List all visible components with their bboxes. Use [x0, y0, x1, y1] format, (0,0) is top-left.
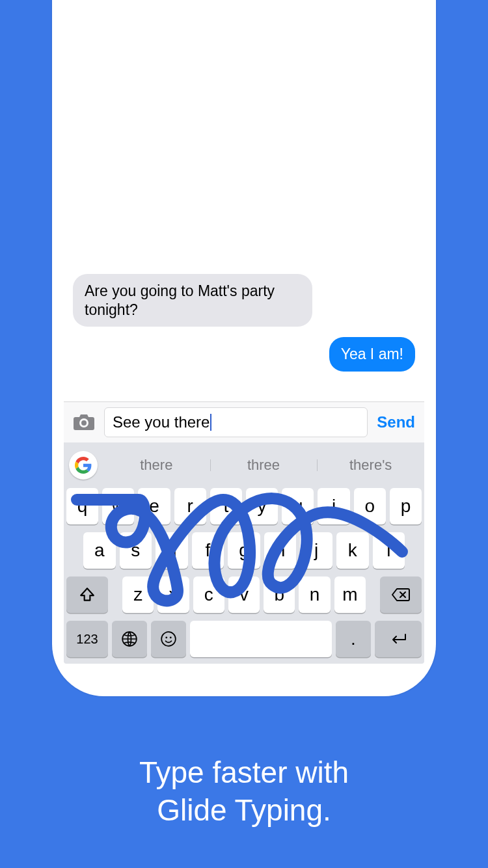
key-e[interactable]: e — [138, 488, 170, 524]
key-row-1: q w e r t y u i o p — [64, 484, 424, 528]
key-j[interactable]: j — [300, 532, 332, 569]
tagline-line-1: Type faster with — [0, 754, 488, 792]
key-n[interactable]: n — [299, 576, 330, 613]
suggestion-1[interactable]: there — [103, 457, 210, 474]
message-input[interactable]: See you there — [104, 407, 368, 437]
chat-area: Are you going to Matt's party tonight? Y… — [64, 0, 424, 401]
outgoing-message-text: Yea I am! — [341, 346, 403, 362]
keyboard: there three there's q w e r t y u i o p … — [64, 442, 424, 664]
key-s[interactable]: s — [120, 532, 152, 569]
key-x[interactable]: x — [157, 576, 189, 613]
key-w[interactable]: w — [102, 488, 134, 524]
suggestion-1-text: there — [140, 457, 172, 473]
numbers-key-label: 123 — [76, 632, 98, 647]
svg-point-2 — [165, 636, 167, 638]
message-input-value: See you there — [113, 413, 210, 431]
key-q[interactable]: q — [66, 488, 98, 524]
key-r[interactable]: r — [174, 488, 206, 524]
send-button-label: Send — [377, 413, 415, 431]
backspace-key[interactable] — [380, 576, 422, 613]
key-o[interactable]: o — [354, 488, 386, 524]
key-u[interactable]: u — [282, 488, 314, 524]
suggestion-3[interactable]: there's — [317, 457, 424, 474]
emoji-icon — [160, 631, 177, 647]
camera-icon — [73, 413, 95, 431]
key-b[interactable]: b — [264, 576, 295, 613]
suggestion-3-text: there's — [349, 457, 392, 473]
text-cursor — [210, 414, 211, 431]
key-t[interactable]: t — [210, 488, 242, 524]
send-button[interactable]: Send — [374, 413, 418, 431]
suggestion-2[interactable]: three — [210, 457, 318, 474]
return-key[interactable] — [375, 621, 422, 657]
phone-screen: Are you going to Matt's party tonight? Y… — [64, 0, 424, 664]
key-h[interactable]: h — [264, 532, 297, 569]
incoming-message: Are you going to Matt's party tonight? — [73, 274, 312, 327]
key-g[interactable]: g — [228, 532, 260, 569]
period-key-label: . — [351, 629, 356, 649]
key-d[interactable]: d — [156, 532, 188, 569]
tagline-line-2: Glide Typing. — [0, 792, 488, 830]
key-f[interactable]: f — [192, 532, 224, 569]
key-l[interactable]: l — [373, 532, 405, 569]
key-i[interactable]: i — [318, 488, 349, 524]
globe-key[interactable] — [112, 621, 147, 657]
key-k[interactable]: k — [336, 532, 369, 569]
key-m[interactable]: m — [334, 576, 366, 613]
key-row-2: a s d f g h j k l — [64, 528, 424, 573]
google-icon — [75, 457, 92, 474]
suggestions: there three there's — [103, 457, 424, 474]
compose-bar: See you there Send — [64, 401, 424, 442]
camera-button[interactable] — [70, 411, 98, 434]
shift-key[interactable] — [66, 576, 108, 613]
globe-icon — [121, 631, 138, 647]
key-c[interactable]: c — [193, 576, 224, 613]
suggestion-row: there three there's — [64, 446, 424, 484]
key-row-3: z x c v b n m — [64, 573, 424, 617]
space-key[interactable] — [190, 621, 332, 657]
key-row-4: 123 . — [64, 617, 424, 664]
tagline: Type faster with Glide Typing. — [0, 754, 488, 829]
backspace-icon — [391, 587, 411, 603]
svg-point-1 — [161, 632, 176, 646]
key-z[interactable]: z — [122, 576, 154, 613]
emoji-key[interactable] — [151, 621, 186, 657]
phone-frame: Are you going to Matt's party tonight? Y… — [52, 0, 436, 696]
return-icon — [388, 632, 408, 645]
numbers-key[interactable]: 123 — [66, 621, 108, 657]
incoming-message-text: Are you going to Matt's party tonight? — [85, 282, 275, 318]
key-a[interactable]: a — [83, 532, 116, 569]
key-p[interactable]: p — [390, 488, 422, 524]
key-y[interactable]: y — [246, 488, 278, 524]
outgoing-message: Yea I am! — [329, 337, 415, 372]
svg-point-3 — [170, 636, 172, 638]
shift-icon — [79, 586, 96, 603]
period-key[interactable]: . — [336, 621, 371, 657]
key-v[interactable]: v — [228, 576, 260, 613]
suggestion-2-text: three — [247, 457, 280, 473]
google-button[interactable] — [69, 451, 98, 480]
